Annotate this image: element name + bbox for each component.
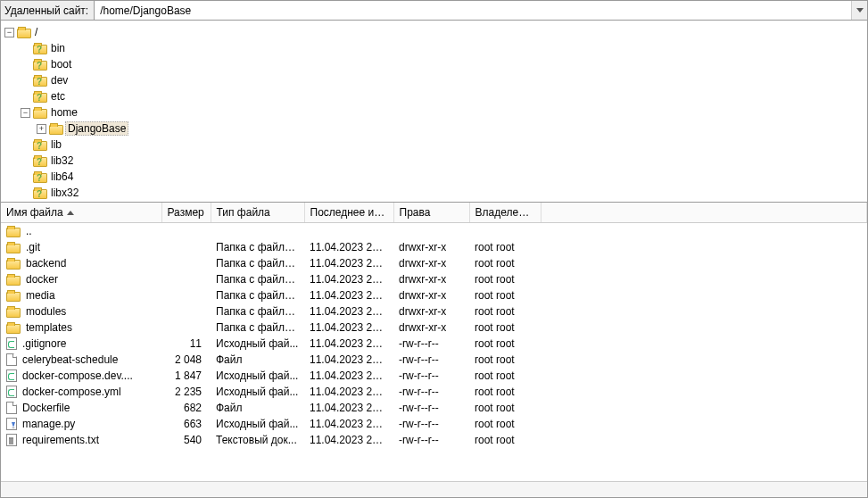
- file-name: celerybeat-schedule: [22, 353, 118, 366]
- table-row[interactable]: docker-compose.dev....1 847Исходный фай.…: [1, 368, 867, 384]
- sort-asc-icon: [67, 211, 74, 215]
- col-header-perm[interactable]: Права: [393, 203, 469, 223]
- cell-type: Папка с файла...: [211, 255, 304, 271]
- col-header-type[interactable]: Тип файла: [211, 203, 304, 223]
- tree-node[interactable]: bin: [1, 40, 867, 56]
- folder-q-icon: [33, 77, 47, 87]
- table-row[interactable]: manage.py663Исходный фай...11.04.2023 20…: [1, 416, 867, 432]
- cell-date: 11.04.2023 20:0...: [304, 352, 393, 368]
- cell-size: 2 048: [161, 352, 211, 368]
- file-name: media: [26, 289, 55, 302]
- col-header-name[interactable]: Имя файла: [1, 203, 161, 223]
- cell-perm: drwxr-xr-x: [393, 287, 469, 303]
- tree-node[interactable]: boot: [1, 56, 867, 72]
- cell-owner: root root: [469, 271, 541, 287]
- cell-size: 540: [161, 432, 211, 448]
- cell-size: 682: [161, 400, 211, 416]
- table-row[interactable]: templatesПапка с файла...11.04.2023 20:0…: [1, 320, 867, 336]
- cell-type: Папка с файла...: [211, 271, 304, 287]
- cell-date: 11.04.2023 20:0...: [304, 320, 393, 336]
- tree-root-label: /: [33, 26, 37, 38]
- col-header-date[interactable]: Последнее из...: [304, 203, 393, 223]
- cell-perm: -rw-r--r--: [393, 432, 469, 448]
- file-c-icon: [6, 337, 17, 350]
- file-list-pane[interactable]: Имя файла Размер Тип файла Последнее из.…: [1, 203, 867, 481]
- cell-size: [161, 287, 211, 303]
- file-c-icon: [6, 369, 17, 382]
- cell-perm: drwxr-xr-x: [393, 320, 469, 336]
- cell-type: Исходный фай...: [211, 336, 304, 352]
- file-name: docker-compose.yml: [22, 386, 121, 398]
- path-dropdown-button[interactable]: [851, 1, 867, 20]
- folder-icon: [6, 308, 21, 318]
- file-name: requirements.txt: [22, 434, 99, 446]
- table-row[interactable]: requirements.txt540Текстовый док...11.04…: [1, 432, 867, 448]
- col-header-owner[interactable]: Владелец/Г...: [469, 203, 541, 223]
- cell-type: Папка с файла...: [211, 303, 304, 320]
- file-name: manage.py: [22, 418, 75, 430]
- cell-date: 11.04.2023 20:0...: [304, 303, 393, 320]
- tree-node-label: etc: [49, 90, 65, 103]
- expand-icon[interactable]: +: [37, 124, 46, 134]
- tree-node[interactable]: lib64: [1, 169, 867, 185]
- tree-node[interactable]: +DjangoBase: [1, 120, 867, 137]
- table-row[interactable]: docker-compose.yml2 235Исходный фай...11…: [1, 384, 867, 400]
- table-row[interactable]: .gitПапка с файла...11.04.2023 20:0...dr…: [1, 239, 867, 255]
- collapse-icon[interactable]: −: [21, 108, 30, 118]
- cell-perm: drwxr-xr-x: [393, 271, 469, 287]
- cell-type: Папка с файла...: [211, 287, 304, 303]
- folder-icon: [6, 260, 21, 270]
- cell-owner: root root: [469, 368, 541, 384]
- table-row[interactable]: Dockerfile682Файл11.04.2023 20:0...-rw-r…: [1, 400, 867, 416]
- cell-perm: -rw-r--r--: [393, 352, 469, 368]
- table-row[interactable]: mediaПапка с файла...11.04.2023 20:0...d…: [1, 287, 867, 303]
- file-name: docker: [26, 273, 58, 286]
- file-name: templates: [26, 321, 72, 334]
- cell-date: 11.04.2023 20:0...: [304, 239, 393, 255]
- cell-type: Файл: [211, 352, 304, 368]
- cell-owner: root root: [469, 287, 541, 303]
- parent-dir-row[interactable]: ..: [1, 223, 867, 240]
- file-name: .gitignore: [22, 337, 66, 350]
- tree-node[interactable]: etc: [1, 88, 867, 104]
- collapse-icon[interactable]: −: [4, 28, 14, 37]
- tree-node[interactable]: libx32: [1, 185, 867, 201]
- cell-size: [161, 223, 211, 240]
- folder-icon: [33, 109, 47, 119]
- cell-owner: root root: [469, 239, 541, 255]
- cell-owner: root root: [469, 352, 541, 368]
- cell-size: 663: [161, 416, 211, 432]
- remote-path-input[interactable]: [95, 1, 851, 20]
- table-row[interactable]: .gitignore11Исходный фай...11.04.2023 20…: [1, 336, 867, 352]
- table-row[interactable]: modulesПапка с файла...11.04.2023 20:0..…: [1, 303, 867, 320]
- cell-type: Исходный фай...: [211, 368, 304, 384]
- folder-icon: [6, 292, 21, 302]
- tree-node[interactable]: lib32: [1, 153, 867, 169]
- folder-icon: [6, 244, 21, 253]
- cell-size: [161, 303, 211, 320]
- cell-date: [304, 223, 393, 240]
- cell-date: 11.04.2023 20:0...: [304, 416, 393, 432]
- remote-tree[interactable]: − / binbootdevetc−home+DjangoBaseliblib3…: [1, 21, 867, 203]
- folder-icon: [6, 324, 21, 334]
- cell-type: Исходный фай...: [211, 416, 304, 432]
- table-row[interactable]: celerybeat-schedule2 048Файл11.04.2023 2…: [1, 352, 867, 368]
- folder-q-icon: [33, 61, 47, 71]
- folder-q-icon: [33, 189, 47, 199]
- table-row[interactable]: dockerПапка с файла...11.04.2023 20:0...…: [1, 271, 867, 287]
- folder-q-icon: [33, 173, 47, 183]
- file-a-icon: [6, 418, 17, 430]
- file-name: modules: [26, 305, 66, 318]
- tree-node[interactable]: −home: [1, 104, 867, 120]
- tree-node-label: lib: [49, 138, 62, 151]
- cell-type: Текстовый док...: [211, 432, 304, 448]
- tree-root[interactable]: − /: [1, 24, 867, 40]
- col-header-size[interactable]: Размер: [161, 203, 211, 223]
- cell-owner: root root: [469, 384, 541, 400]
- table-row[interactable]: backendПапка с файла...11.04.2023 20:0..…: [1, 255, 867, 271]
- cell-date: 11.04.2023 20:0...: [304, 255, 393, 271]
- folder-icon: [49, 125, 63, 135]
- tree-node[interactable]: lib: [1, 137, 867, 153]
- tree-node[interactable]: dev: [1, 72, 867, 88]
- cell-owner: root root: [469, 255, 541, 271]
